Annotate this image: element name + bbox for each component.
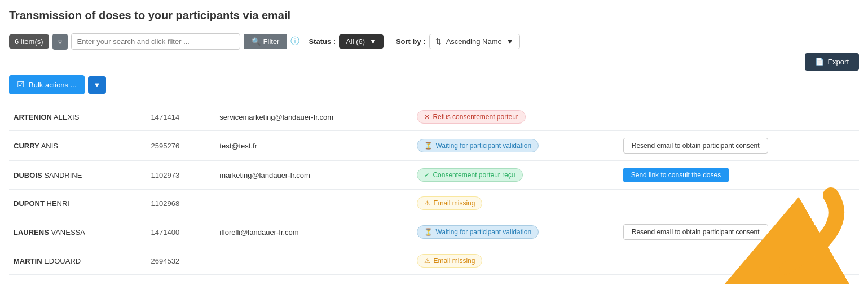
participant-email	[215, 247, 412, 275]
participant-email: test@test.fr	[215, 131, 412, 161]
search-input[interactable]	[71, 33, 240, 50]
chevron-down-icon: ▼	[94, 81, 101, 89]
status-badge: ⏳ Waiting for participant validation	[417, 139, 539, 152]
last-name: DUPONT	[14, 199, 45, 208]
participant-name: LAURENS VANESSA	[9, 217, 147, 247]
participant-action	[619, 247, 859, 275]
status-icon: ⚠	[424, 257, 430, 265]
participant-status: ⏳ Waiting for participant validation	[412, 131, 618, 161]
status-text: Email missing	[433, 199, 475, 207]
first-name: ANIS	[41, 142, 58, 150]
table-row: CURRY ANIS2595276test@test.fr ⏳ Waiting …	[9, 131, 859, 161]
participant-id: 1471414	[147, 103, 215, 131]
sort-dropdown[interactable]: ⇅ Ascending Name ▼	[429, 34, 520, 49]
status-badge: ⏳ Waiting for participant validation	[417, 225, 539, 239]
status-icon: ⚠	[424, 199, 430, 207]
last-name: LAURENS	[14, 228, 49, 237]
filter-icon-button[interactable]: ▿	[52, 34, 68, 50]
participant-name: MARTIN EDOUARD	[9, 247, 147, 275]
bulk-actions-dropdown[interactable]: ▼	[88, 76, 107, 94]
participant-email: iflorelli@landauer-fr.com	[215, 217, 412, 247]
participant-id: 2694532	[147, 247, 215, 275]
status-text: Email missing	[433, 257, 475, 265]
sort-icon: ⇅	[435, 37, 442, 46]
participant-email: marketing@landauer-fr.com	[215, 161, 412, 190]
status-text: Waiting for participant validation	[435, 228, 531, 236]
participant-name: CURRY ANIS	[9, 131, 147, 161]
status-label: Status :	[309, 37, 336, 46]
participant-id: 1471400	[147, 217, 215, 247]
last-name: CURRY	[14, 142, 39, 150]
participant-status: ⚠ Email missing	[412, 190, 618, 217]
participant-name: DUPONT HENRI	[9, 190, 147, 217]
first-name: SANDRINE	[44, 171, 82, 179]
last-name: MARTIN	[14, 257, 42, 265]
chevron-down-icon: ▼	[369, 37, 377, 46]
participant-name: ARTENION ALEXIS	[9, 103, 147, 131]
table-row: ARTENION ALEXIS1471414servicemarketing@l…	[9, 103, 859, 131]
first-name: EDOUARD	[44, 257, 81, 265]
status-badge: ✓ Consentement porteur reçu	[417, 168, 522, 182]
resend-email-button[interactable]: Resend email to obtain participant conse…	[623, 138, 768, 154]
participant-action: Resend email to obtain participant conse…	[619, 217, 859, 247]
participant-status: ⏳ Waiting for participant validation	[412, 217, 618, 247]
participant-email	[215, 190, 412, 217]
participant-action	[619, 190, 859, 217]
participant-id: 2595276	[147, 131, 215, 161]
status-text: Waiting for participant validation	[435, 142, 531, 150]
export-icon: 📄	[815, 58, 824, 66]
sort-label: Sort by :	[396, 37, 426, 46]
status-badge: ✕ Refus consentement porteur	[417, 110, 525, 124]
bulk-actions-button[interactable]: ☑ Bulk actions ...	[9, 75, 85, 94]
page-title: Transmission of doses to your participan…	[9, 9, 859, 22]
participant-status: ⚠ Email missing	[412, 247, 618, 275]
participant-id: 1102973	[147, 161, 215, 190]
table-row: DUBOIS SANDRINE1102973marketing@landauer…	[9, 161, 859, 190]
participant-action	[619, 103, 859, 131]
last-name: ARTENION	[14, 113, 52, 121]
status-icon: ✓	[424, 171, 430, 179]
last-name: DUBOIS	[14, 171, 42, 179]
participant-status: ✓ Consentement porteur reçu	[412, 161, 618, 190]
status-icon: ⏳	[424, 228, 433, 236]
first-name: HENRI	[47, 199, 69, 208]
table-row: LAURENS VANESSA1471400iflorelli@landauer…	[9, 217, 859, 247]
status-text: Refus consentement porteur	[433, 113, 518, 121]
status-badge: ⚠ Email missing	[417, 254, 482, 268]
table-row: MARTIN EDOUARD2694532 ⚠ Email missing	[9, 247, 859, 275]
status-badge: ⚠ Email missing	[417, 196, 482, 210]
status-dropdown[interactable]: All (6) ▼	[339, 34, 384, 49]
resend-email-button[interactable]: Resend email to obtain participant conse…	[623, 224, 768, 240]
participant-email: servicemarketing@landauer-fr.com	[215, 103, 412, 131]
participant-id: 1102968	[147, 190, 215, 217]
status-value: All (6)	[346, 37, 365, 46]
search-icon: 🔍	[252, 37, 261, 46]
first-name: VANESSA	[51, 228, 85, 237]
chevron-down-icon: ▼	[506, 37, 514, 46]
sort-value: Ascending Name	[446, 37, 502, 46]
item-count: 6 item(s)	[9, 34, 49, 49]
participant-name: DUBOIS SANDRINE	[9, 161, 147, 190]
send-link-button[interactable]: Send link to consult the doses	[623, 168, 729, 182]
status-text: Consentement porteur reçu	[433, 171, 515, 179]
checkbox-icon: ☑	[17, 80, 24, 90]
table-row: DUPONT HENRI1102968 ⚠ Email missing	[9, 190, 859, 217]
info-icon[interactable]: ⓘ	[290, 36, 299, 47]
participant-status: ✕ Refus consentement porteur	[412, 103, 618, 131]
status-icon: ✕	[424, 113, 430, 121]
status-icon: ⏳	[424, 142, 433, 150]
participants-table: ARTENION ALEXIS1471414servicemarketing@l…	[9, 103, 859, 275]
export-button[interactable]: 📄 Export	[805, 53, 859, 71]
first-name: ALEXIS	[54, 113, 80, 121]
filter-button[interactable]: 🔍 Filter	[244, 34, 288, 49]
participant-action: Send link to consult the doses	[619, 161, 859, 190]
participant-action: Resend email to obtain participant conse…	[619, 131, 859, 161]
